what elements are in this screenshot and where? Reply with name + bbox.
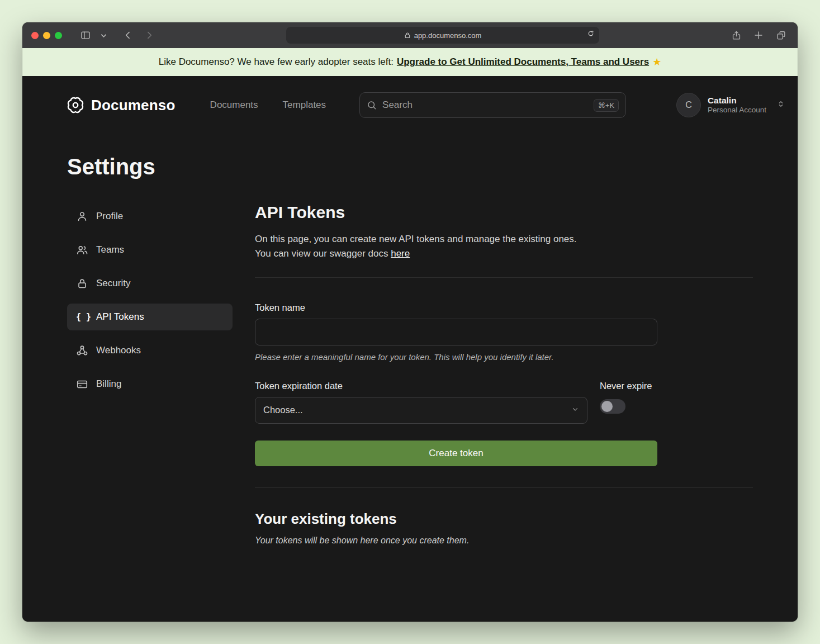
promo-banner: Like Documenso? We have few early adopte… — [22, 48, 798, 76]
forward-button[interactable] — [141, 28, 157, 42]
minimize-window-button[interactable] — [43, 32, 50, 39]
window-controls — [31, 32, 62, 39]
expiration-select[interactable]: Choose... — [255, 397, 587, 424]
sidebar-label: Webhooks — [96, 345, 141, 356]
sidebar-item-security[interactable]: Security — [67, 270, 233, 297]
browser-window: app.documenso.com — [22, 22, 798, 622]
search-shortcut-badge: ⌘+K — [594, 99, 619, 112]
sidebar-label: API Tokens — [96, 311, 144, 323]
search-icon — [367, 100, 377, 110]
chevron-down-icon — [571, 405, 579, 415]
toggle-knob — [601, 401, 613, 412]
sidebar-label: Teams — [96, 244, 124, 255]
main-nav: Documents Templates — [210, 100, 326, 111]
braces-icon: { } — [76, 312, 88, 322]
account-menu[interactable]: C Catalin Personal Account — [676, 93, 785, 117]
credit-card-icon — [76, 378, 88, 390]
webhook-icon — [76, 344, 88, 357]
upgrade-link[interactable]: Upgrade to Get Unlimited Documents, Team… — [397, 56, 649, 68]
nav-documents[interactable]: Documents — [210, 100, 258, 111]
create-token-button[interactable]: Create token — [255, 441, 657, 466]
expiration-label: Token expiration date — [255, 381, 587, 391]
divider — [255, 487, 753, 488]
section-description-line2: You can view our swagger docs — [255, 248, 391, 259]
zoom-window-button[interactable] — [55, 32, 62, 39]
lock-icon — [404, 32, 411, 39]
chevron-up-down-icon — [776, 100, 785, 111]
share-icon[interactable] — [728, 28, 744, 42]
sidebar-label: Billing — [96, 378, 121, 390]
sidebar-item-webhooks[interactable]: Webhooks — [67, 337, 233, 364]
sidebar-toggle-icon[interactable] — [78, 28, 93, 42]
address-bar[interactable]: app.documenso.com — [286, 27, 599, 44]
never-expire-label: Never expire — [600, 381, 652, 391]
page-title: Settings — [22, 134, 798, 179]
account-type: Personal Account — [708, 106, 766, 115]
token-name-input[interactable] — [255, 319, 657, 345]
divider — [255, 277, 753, 278]
token-name-label: Token name — [255, 302, 753, 313]
url-text: app.documenso.com — [414, 31, 482, 40]
sidebar-item-billing[interactable]: Billing — [67, 371, 233, 397]
avatar-initial: C — [685, 100, 692, 110]
app-header: Documenso Documents Templates Search ⌘+K… — [22, 76, 798, 134]
brand[interactable]: Documenso — [67, 97, 176, 114]
star-icon: ★ — [652, 56, 661, 68]
account-name: Catalin — [708, 95, 766, 106]
search-input[interactable]: Search ⌘+K — [359, 92, 626, 118]
lock-icon — [76, 277, 88, 290]
back-button[interactable] — [120, 28, 136, 42]
sidebar-label: Profile — [96, 211, 123, 222]
sidebar-chevron-icon[interactable] — [99, 28, 108, 42]
brand-name: Documenso — [91, 97, 176, 114]
promo-text: Like Documenso? We have few early adopte… — [159, 56, 394, 68]
sidebar-item-profile[interactable]: Profile — [67, 203, 233, 230]
settings-sidebar: Profile Teams Security { } — [67, 203, 233, 546]
app-page: Documenso Documents Templates Search ⌘+K… — [22, 76, 798, 622]
sidebar-item-api-tokens[interactable]: { } API Tokens — [67, 304, 233, 330]
never-expire-toggle[interactable] — [600, 399, 625, 414]
expiration-selected-value: Choose... — [263, 405, 303, 415]
user-icon — [76, 210, 88, 222]
sidebar-item-teams[interactable]: Teams — [67, 236, 233, 263]
users-icon — [76, 244, 88, 256]
existing-tokens-hint: Your tokens will be shown here once you … — [255, 536, 753, 546]
section-description-line1: On this page, you can create new API tok… — [255, 232, 753, 247]
search-placeholder: Search — [382, 100, 413, 111]
refresh-icon[interactable] — [587, 30, 595, 39]
existing-tokens-heading: Your existing tokens — [255, 510, 753, 528]
nav-templates[interactable]: Templates — [283, 100, 326, 111]
swagger-docs-link[interactable]: here — [391, 248, 410, 259]
section-heading: API Tokens — [255, 203, 753, 222]
new-tab-icon[interactable] — [751, 28, 766, 42]
avatar: C — [676, 93, 701, 117]
documenso-logo-icon — [67, 97, 84, 113]
api-tokens-panel: API Tokens On this page, you can create … — [255, 203, 753, 546]
token-name-hint: Please enter a meaningful name for your … — [255, 352, 753, 362]
browser-titlebar: app.documenso.com — [22, 22, 798, 48]
close-window-button[interactable] — [31, 32, 39, 39]
tab-overview-icon[interactable] — [773, 28, 789, 42]
sidebar-label: Security — [96, 278, 130, 289]
